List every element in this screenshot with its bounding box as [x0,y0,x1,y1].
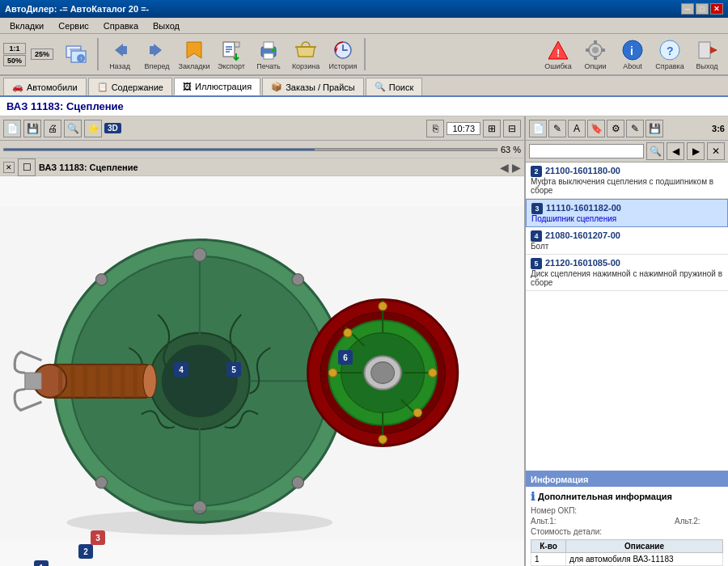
window-controls: ─ □ ✕ [681,3,723,15]
rt-btn2[interactable]: ✎ [548,120,566,137]
close-button[interactable]: ✕ [710,3,723,15]
part-item-2[interactable]: 2 21100-1601180-00 Муфта выключения сцеп… [526,163,728,199]
info-cost-row: Стоимость детали: [531,527,723,536]
ct-btn4[interactable]: 🔍 [64,120,82,137]
part-item-3[interactable]: 3 11110-1601182-00 Подшипник сцепления [526,199,728,227]
error-button[interactable]: ! Ошибка [540,36,576,73]
svg-point-48 [292,477,303,488]
search-btn2[interactable]: ◀ [667,142,684,160]
rt-btn4[interactable]: 🔖 [587,120,605,137]
tab-soderzhanie[interactable]: 📋 Содержание [88,78,172,95]
svg-rect-52 [58,365,62,398]
alt1-label: Альт.1: [531,517,579,526]
ct-btn3[interactable]: 🖨 [44,120,61,137]
help-button[interactable]: ? Справка [652,36,688,73]
label-1[interactable]: 1 [34,560,49,566]
okp-label: Номер ОКП: [531,506,579,515]
svg-point-36 [163,345,238,416]
part-item-5[interactable]: 5 21120-1601085-00 Диск сцепления нажимн… [526,255,728,291]
part-desc-3: Подшипник сцепления [531,214,722,223]
menu-spravka[interactable]: Справка [97,19,145,32]
content-toolbar: 📄 💾 🖨 🔍 ⭐ 3D ⎘ 10:73 ⊞ ⊟ [0,116,524,141]
rt-btn5[interactable]: ⚙ [607,120,624,137]
table-header-desc: Описание [566,540,723,553]
tabs: 🚗 Автомобили 📋 Содержание 🖼 Иллюстрация … [0,76,728,97]
print-button[interactable]: Печать [251,36,286,73]
page-count: 3:6 [712,124,725,133]
toolbar: 1:1 50% 25% ↑ Назад [0,34,728,76]
rt-btn6[interactable]: ✎ [626,120,644,137]
right-search-input[interactable] [529,144,644,158]
label-3[interactable]: 3 [91,530,105,545]
svg-text:!: ! [557,47,560,59]
time-display: 10:73 [447,122,480,135]
bookmarks-icon [181,38,207,61]
label-6[interactable]: 6 [338,350,353,365]
about-button[interactable]: i About [615,36,650,73]
search-btn3[interactable]: ▶ [687,142,705,160]
rt-btn1[interactable]: 📄 [529,120,547,137]
ct-grid1[interactable]: ⊞ [483,120,501,137]
forward-button[interactable]: Вперед [139,36,175,73]
tab-avtomobili[interactable]: 🚗 Автомобили [3,78,87,95]
history-button[interactable]: История [325,36,361,73]
toolbar-sep1 [97,38,99,70]
ct-btn2[interactable]: 💾 [23,120,41,137]
tab-illyustraciya[interactable]: 🖼 Иллюстрация [174,78,260,95]
part-item-4[interactable]: 4 21080-1601207-00 Болт [526,227,728,255]
part-desc-2: Муфта выключения сцепления с подшипником… [531,177,723,195]
bookmarks-button[interactable]: Закладки [176,36,212,73]
breadcrumb-close-btn[interactable]: ✕ [3,162,15,173]
ct-grid2[interactable]: ⊟ [503,120,521,137]
help-icon: ? [657,38,683,61]
menu-vkladki[interactable]: Вкладки [3,19,50,32]
menu-vyhod[interactable]: Выход [146,19,186,32]
info-icon: ℹ [531,490,535,503]
rt-btn7[interactable]: 💾 [645,120,663,137]
title-text: АвтоДилер: -= АвтоКаталог 20 =- [5,4,149,14]
label-5[interactable]: 5 [226,362,241,377]
minimize-button[interactable]: ─ [681,3,694,15]
nav-icon-button[interactable]: ↑ [58,36,94,73]
zoom-value: 63 % [501,145,521,154]
cost-label: Стоимость детали: [531,527,602,536]
exit-button[interactable]: Выход [689,36,725,73]
back-button[interactable]: Назад [102,36,138,73]
rt-btn3[interactable]: A [568,120,586,137]
info-table: К-во Описание 1 для автомобиля ВАЗ-11183 [531,539,723,566]
breadcrumb-check[interactable]: ☐ [18,158,36,176]
page-title: ВАЗ 11183: Сцепление [6,100,124,112]
ct-btn5[interactable]: ⭐ [84,120,102,137]
menu-servis[interactable]: Сервис [52,19,95,32]
svg-rect-53 [70,365,74,398]
zoom-50[interactable]: 50% [3,55,26,66]
label-4[interactable]: 4 [174,362,188,377]
svg-rect-13 [264,42,273,49]
breadcrumb-prev[interactable]: ◀ [500,161,509,174]
options-button[interactable]: Опции [578,36,613,73]
alt2-label: Альт.2: [675,517,723,526]
table-cell-qty: 1 [531,553,566,566]
svg-rect-59 [25,373,42,390]
search-btn1[interactable]: 🔍 [646,142,664,160]
export-button[interactable]: Экспорт [214,36,249,73]
svg-point-51 [143,365,156,398]
tab-zakazy[interactable]: 📦 Заказы / Прайсы [262,78,364,95]
page-title-bar: ВАЗ 11183: Сцепление [0,97,728,116]
basket-button[interactable]: Корзина [288,36,324,73]
svg-marker-4 [115,44,123,57]
image-icon: 🖼 [183,82,192,91]
zoom-25[interactable]: 25% [31,49,53,60]
svg-point-45 [95,274,107,285]
ct-btn1[interactable]: 📄 [3,120,21,137]
breadcrumb-next[interactable]: ▶ [512,161,521,174]
ct-copy[interactable]: ⎘ [426,120,444,137]
svg-point-77 [413,408,421,416]
tab-poisk[interactable]: 🔍 Поиск [366,78,422,95]
maximize-button[interactable]: □ [696,3,709,15]
search-btn4[interactable]: ✕ [707,142,725,160]
zoom-1to1[interactable]: 1:1 [3,43,26,54]
zoom-track[interactable] [3,148,497,151]
label-2[interactable]: 2 [78,544,93,559]
info-okp-row: Номер ОКП: [531,506,723,515]
